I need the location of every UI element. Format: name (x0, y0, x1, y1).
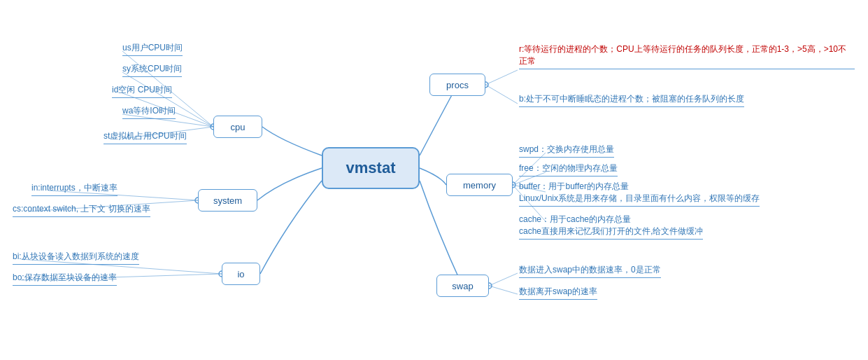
swap-node: swap (436, 275, 489, 297)
svg-line-16 (489, 286, 518, 294)
memory-node: memory (446, 174, 513, 196)
memory-label: memory (463, 180, 496, 191)
io-item-1: bi:从块设备读入数据到系统的速度 (13, 251, 139, 265)
system-item-1: in:interrupts，中断速率 (31, 182, 118, 196)
center-node: vmstat (322, 147, 420, 189)
swap-item-1: 数据进入swap中的数据速率，0是正常 (519, 264, 661, 278)
svg-line-10 (485, 85, 518, 104)
cpu-item-4: wa等待IO时间 (122, 105, 176, 119)
cpu-item-2: sy系统CPU时间 (122, 63, 182, 77)
memory-item-3: buffer：用于buffer的内存总量Linux/Unix系统是用来存储，目录… (519, 181, 760, 207)
cpu-item-5: st虚拟机占用CPU时间 (104, 130, 187, 144)
io-node: io (222, 263, 260, 285)
io-item-2: bo:保存数据至块设备的速率 (13, 272, 117, 286)
cpu-item-1: us用户CPU时间 (122, 42, 183, 56)
svg-line-9 (485, 70, 518, 85)
io-label: io (237, 269, 244, 279)
system-label: system (213, 195, 242, 206)
procs-item-2: b:处于不可中断睡眠态的进程个数；被阻塞的任务队列的长度 (519, 93, 744, 107)
procs-item-1: r:等待运行的进程的个数；CPU上等待运行的任务的队列长度，正常的1-3，>5高… (519, 43, 855, 69)
svg-line-15 (489, 273, 518, 286)
procs-node: procs (429, 74, 485, 96)
cpu-node: cpu (213, 116, 262, 138)
center-label: vmstat (346, 159, 396, 177)
cpu-item-3: id空闲 CPU时间 (112, 84, 172, 98)
memory-item-4: cache：用于cache的内存总量cache直接用来记忆我们打开的文件,给文件… (519, 214, 703, 240)
system-node: system (198, 189, 257, 212)
procs-label: procs (446, 80, 469, 90)
memory-item-1: swpd：交换内存使用总量 (519, 144, 614, 158)
memory-item-2: free：空闲的物理内存总量 (519, 162, 618, 176)
swap-item-2: 数据离开swap的速率 (519, 286, 597, 300)
swap-label: swap (452, 281, 473, 291)
cpu-label: cpu (231, 122, 246, 132)
system-item-2: cs:context switch, 上下文 切换的速率 (13, 203, 150, 217)
